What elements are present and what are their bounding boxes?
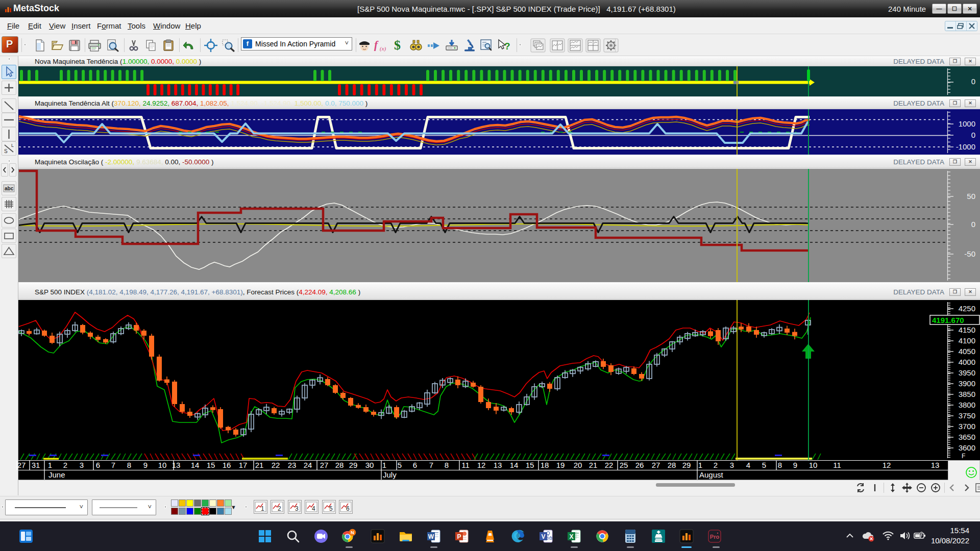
svg-text:24: 24 (304, 461, 312, 469)
svg-text:23: 23 (288, 461, 297, 469)
svg-text:-1000: -1000 (956, 142, 975, 151)
svg-text:22: 22 (272, 461, 280, 469)
svg-text:7: 7 (429, 461, 433, 469)
svg-text:5: 5 (762, 461, 766, 469)
svg-text:3950: 3950 (959, 368, 975, 377)
svg-text:4000: 4000 (959, 358, 975, 366)
svg-text:7: 7 (111, 461, 115, 469)
svg-text:July: July (383, 470, 397, 479)
svg-text:4150: 4150 (959, 325, 975, 334)
svg-text:10: 10 (158, 461, 167, 469)
svg-text:10: 10 (809, 461, 818, 469)
svg-text:9: 9 (143, 461, 148, 469)
svg-text:3: 3 (80, 461, 84, 469)
svg-text:Pro: Pro (710, 534, 720, 540)
svg-text:22: 22 (605, 461, 614, 469)
svg-text:19: 19 (556, 461, 565, 469)
svg-text:25: 25 (620, 461, 628, 469)
svg-text:4100: 4100 (959, 336, 975, 345)
svg-text:0: 0 (971, 77, 975, 86)
svg-text:1: 1 (261, 505, 264, 512)
svg-text:26: 26 (635, 461, 644, 469)
svg-text:6: 6 (413, 461, 417, 469)
svg-text:9: 9 (793, 461, 797, 469)
svg-text:27: 27 (652, 461, 660, 469)
svg-text:31: 31 (32, 461, 40, 469)
svg-text:29: 29 (349, 461, 358, 469)
svg-text:27: 27 (320, 461, 329, 469)
svg-text:4191.670: 4191.670 (932, 316, 964, 324)
svg-text:8: 8 (127, 461, 131, 469)
svg-text:-50: -50 (964, 249, 975, 258)
svg-text:6: 6 (96, 461, 100, 469)
svg-text:15: 15 (526, 461, 534, 469)
svg-text:N: N (351, 530, 354, 535)
svg-text:June: June (48, 470, 65, 479)
svg-text:16: 16 (223, 461, 231, 469)
svg-text:4250: 4250 (959, 304, 975, 313)
svg-text:28: 28 (335, 461, 344, 469)
svg-text:3600: 3600 (959, 443, 975, 452)
svg-text:20: 20 (574, 461, 582, 469)
svg-text:August: August (699, 470, 724, 479)
svg-text:2: 2 (278, 505, 281, 512)
svg-text:1: 1 (382, 461, 386, 469)
svg-text:F: F (962, 453, 965, 460)
svg-text:30: 30 (365, 461, 374, 469)
svg-text:50: 50 (967, 192, 975, 201)
svg-text:V: V (541, 533, 545, 540)
svg-text:11: 11 (833, 461, 841, 469)
svg-text:1000: 1000 (959, 119, 975, 128)
svg-text:5: 5 (329, 505, 333, 512)
svg-text:3750: 3750 (959, 411, 975, 420)
svg-text:3650: 3650 (959, 433, 975, 441)
svg-text:27: 27 (17, 461, 26, 469)
svg-text:3900: 3900 (959, 379, 975, 388)
svg-text:1: 1 (698, 461, 702, 469)
svg-text:12: 12 (477, 461, 486, 469)
svg-text:W: W (428, 533, 434, 540)
svg-text:21: 21 (255, 461, 264, 469)
svg-text:13: 13 (172, 461, 181, 469)
svg-text:4050: 4050 (959, 347, 975, 356)
svg-text:5: 5 (398, 461, 402, 469)
svg-text:3: 3 (730, 461, 734, 469)
svg-text:3700: 3700 (959, 422, 975, 431)
svg-text:0: 0 (971, 131, 975, 139)
svg-text:4: 4 (312, 505, 315, 512)
svg-text:14: 14 (191, 461, 200, 469)
svg-text:3850: 3850 (959, 390, 975, 398)
svg-text:15: 15 (207, 461, 215, 469)
svg-text:13: 13 (931, 461, 940, 469)
svg-text:13: 13 (494, 461, 502, 469)
svg-text:14: 14 (510, 461, 519, 469)
svg-text:X: X (569, 533, 573, 540)
svg-text:6: 6 (346, 505, 350, 512)
svg-text:17: 17 (239, 461, 248, 469)
svg-text:4: 4 (746, 461, 750, 469)
svg-text:2: 2 (714, 461, 718, 469)
svg-text:11: 11 (461, 461, 470, 469)
svg-text:29: 29 (682, 461, 691, 469)
svg-text:1: 1 (48, 461, 52, 469)
svg-text:0: 0 (971, 220, 975, 229)
svg-text:8: 8 (445, 461, 449, 469)
svg-text:3: 3 (295, 505, 299, 512)
svg-text:2: 2 (63, 461, 67, 469)
svg-text:3800: 3800 (959, 400, 975, 409)
svg-text:P: P (457, 533, 461, 540)
svg-text:12: 12 (883, 461, 891, 469)
svg-text:8: 8 (778, 461, 782, 469)
svg-text:18: 18 (541, 461, 549, 469)
svg-text:28: 28 (668, 461, 676, 469)
svg-text:21: 21 (589, 461, 598, 469)
